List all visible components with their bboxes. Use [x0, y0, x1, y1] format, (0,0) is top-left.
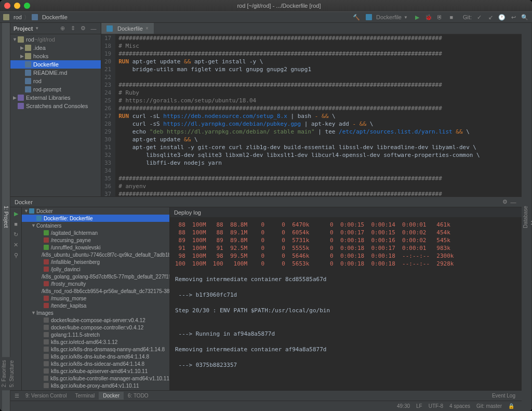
docker-tree-node[interactable]: /infallible_heisenberg — [22, 258, 169, 266]
run-config-dropdown[interactable]: Dockerfile ▼ — [364, 13, 410, 21]
close-window-button[interactable] — [4, 3, 10, 9]
docker-icon — [366, 14, 372, 20]
vcs-commit-button[interactable]: ↙ — [486, 13, 495, 21]
hide-panel-icon[interactable]: — — [89, 24, 98, 33]
docker-tree-node[interactable]: k8s.gcr.io/kube-proxy-amd64:v1.10.11 — [22, 382, 169, 389]
gear-icon[interactable]: ⚙ — [501, 198, 509, 206]
docker-tree-node[interactable]: /musing_morse — [22, 295, 169, 302]
stop-button[interactable]: ■ — [12, 220, 20, 228]
file-encoding[interactable]: UTF-8 — [425, 403, 446, 409]
hide-panel-icon[interactable]: — — [509, 198, 517, 206]
breadcrumb-file: Dockerfile — [42, 14, 68, 20]
docker-tree-node[interactable]: /frosty_mcnulty — [22, 280, 169, 287]
vcs-revert-button[interactable]: ↩ — [509, 13, 517, 21]
breadcrumb[interactable]: rod 〉 Dockerfile — [3, 14, 68, 21]
deploy-log-tab[interactable]: Deploy log — [170, 207, 522, 218]
docker-tree[interactable]: ▼Docker Dockerfile: Dockerfile▼Container… — [22, 207, 170, 390]
delete-button[interactable]: ✕ — [12, 241, 20, 249]
close-icon[interactable]: × — [145, 25, 149, 31]
coverage-button[interactable]: ⛨ — [436, 13, 444, 21]
project-tree-node[interactable]: rod-prompt — [10, 85, 101, 94]
docker-tree-node[interactable]: /tender_kapitsa — [22, 302, 169, 309]
docker-tab[interactable]: Docker — [99, 392, 124, 400]
project-tree-node[interactable]: ▶hooks — [10, 52, 101, 60]
debug-button[interactable]: 🐞 — [424, 13, 433, 21]
scroll-from-source-icon[interactable]: ⊕ — [58, 24, 66, 33]
collapse-all-icon[interactable]: ⇕ — [69, 24, 77, 33]
line-number-gutter: 1718192021222324252627282930313233343536… — [101, 34, 115, 196]
vcs-history-button[interactable]: 🕐 — [498, 13, 506, 21]
docker-tree-node[interactable]: Dockerfile: Dockerfile — [22, 215, 169, 222]
filter-button[interactable]: ⚲ — [12, 251, 20, 259]
lock-icon[interactable]: 🔒 — [505, 403, 517, 409]
database-tool-tab[interactable]: Database — [522, 23, 529, 411]
project-tree-node[interactable]: ▶.idea — [10, 44, 101, 52]
docker-tree-node[interactable]: k8s.gcr.io/etcd-amd64:3.1.12 — [22, 338, 169, 346]
docker-tree-node[interactable]: k8s.gcr.io/k8s-dns-kube-dns-amd64:1.14.8 — [22, 353, 169, 360]
docker-tree-node[interactable]: k8s.gcr.io/k8s-dns-dnsmasq-nanny-amd64:1… — [22, 346, 169, 353]
project-tree-node[interactable]: rod — [10, 77, 101, 85]
zoom-window-button[interactable] — [24, 3, 30, 9]
left-bottom-gutter: 2: Favorites 5: Structure — [0, 357, 10, 390]
docker-tree-node[interactable]: k8s.gcr.io/kube-controller-manager-amd64… — [22, 375, 169, 382]
folder-icon — [3, 14, 9, 20]
code-area[interactable]: ########################################… — [115, 34, 522, 196]
stop-button[interactable]: ■ — [447, 13, 456, 21]
docker-tree-node[interactable]: k8s.gcr.io/k8s-dns-sidecar-amd64:1.14.8 — [22, 360, 169, 367]
file-icon — [32, 14, 38, 20]
docker-tree-node[interactable]: k8s.gcr.io/kube-apiserver-amd64:v1.10.11 — [22, 367, 169, 375]
docker-tree-node[interactable]: /recursing_payne — [22, 236, 169, 244]
version-control-tab[interactable]: 9: Version Control — [21, 392, 71, 400]
project-tool-tab[interactable]: 1: Project — [2, 23, 10, 411]
editor-tab-label: Dockerfile — [117, 25, 143, 32]
structure-tool-tab[interactable]: 5: Structure — [8, 357, 16, 390]
docker-tree-node[interactable]: docker/kube-compose-controller:v0.4.12 — [22, 324, 169, 331]
project-tree-node[interactable]: README.md — [10, 69, 101, 77]
docker-log-panel: Deploy log 88 100M 88 88.8M 0 0 6470k 0 … — [170, 207, 522, 390]
docker-tree-node[interactable]: /k8s_rod_rod-8b6ccb9554-pr56w_default_dc… — [22, 287, 169, 295]
structure-tool-tab-left[interactable]: ☰ — [12, 393, 21, 399]
docker-tree-node[interactable]: /k8s_ubuntu_ubuntu-7746cc8f7c-qx9kz_defa… — [22, 251, 169, 258]
gear-icon[interactable]: ⚙ — [79, 24, 87, 33]
project-tree-node[interactable]: Dockerfile — [10, 60, 101, 69]
chevron-down-icon[interactable]: ▼ — [35, 26, 39, 31]
right-tool-gutter: Database Maven Ant Build — [522, 23, 532, 411]
editor-body[interactable]: 1718192021222324252627282930313233343536… — [101, 34, 522, 196]
project-tree[interactable]: ▼rod ~/git/rod▶.idea▶hooksDockerfileREAD… — [10, 34, 101, 196]
run-button[interactable]: ▶ — [413, 13, 421, 21]
redeploy-button[interactable]: ↻ — [12, 230, 20, 238]
editor-tab-dockerfile[interactable]: Dockerfile × — [101, 23, 154, 34]
line-separator[interactable]: LF — [413, 403, 425, 409]
docker-tree-node[interactable]: ▼Docker — [22, 207, 169, 215]
docker-tree-node[interactable]: /agitated_lichterman — [22, 229, 169, 236]
project-tree-node[interactable]: ▼rod ~/git/rod — [10, 35, 101, 44]
docker-tree-node[interactable]: docker/kube-compose-api-server:v0.4.12 — [22, 316, 169, 324]
maven-tool-tab[interactable]: Maven — [529, 23, 532, 411]
project-panel-title: Project — [14, 25, 33, 32]
build-button[interactable]: 🔨 — [352, 13, 361, 21]
docker-tree-node[interactable]: ▼Images — [22, 309, 169, 316]
project-tree-node[interactable]: Scratches and Consoles — [10, 102, 101, 110]
cursor-position[interactable]: 49:30 — [394, 403, 413, 409]
docker-tree-node[interactable]: /jolly_davinci — [22, 266, 169, 273]
event-log-tab[interactable]: Event Log — [488, 392, 520, 400]
vcs-update-button[interactable]: ✓ — [475, 13, 483, 21]
minimize-window-button[interactable] — [14, 3, 20, 9]
docker-tree-node[interactable]: ▼Containers — [22, 222, 169, 229]
docker-tree-node[interactable]: /unruffled_kowalevski — [22, 244, 169, 251]
favorites-tool-tab[interactable]: 2: Favorites — [0, 357, 8, 390]
terminal-tab[interactable]: Terminal — [71, 392, 99, 400]
deploy-button[interactable]: ▶ — [12, 209, 20, 218]
indent-widget[interactable]: 4 spaces — [446, 403, 473, 409]
deploy-log-output[interactable]: 88 100M 88 88.8M 0 0 6470k 0 0:00:15 0:0… — [170, 218, 522, 390]
app-window: rod [~/git/rod] - .../Dockerfile [rod] r… — [0, 0, 532, 411]
todo-tab[interactable]: 6: TODO — [124, 392, 153, 400]
search-everywhere-button[interactable]: 🔍 — [521, 13, 529, 21]
docker-tree-node[interactable]: golang:1.11.5-stretch — [22, 331, 169, 338]
titlebar: rod [~/git/rod] - .../Dockerfile [rod] — [0, 0, 532, 11]
git-branch-widget[interactable]: Git: master — [473, 403, 505, 409]
project-tree-node[interactable]: ▶External Libraries — [10, 94, 101, 102]
docker-tree-node[interactable]: /k8s_golang_golang-85d7cbf8c5-77mpb_defa… — [22, 273, 169, 280]
left-tool-gutter: 1: Project — [0, 23, 10, 411]
docker-panel: Docker ⚙ — ▶ ■ ↻ ✕ ⚲ ▼Docker Dockerfile:… — [10, 197, 522, 390]
